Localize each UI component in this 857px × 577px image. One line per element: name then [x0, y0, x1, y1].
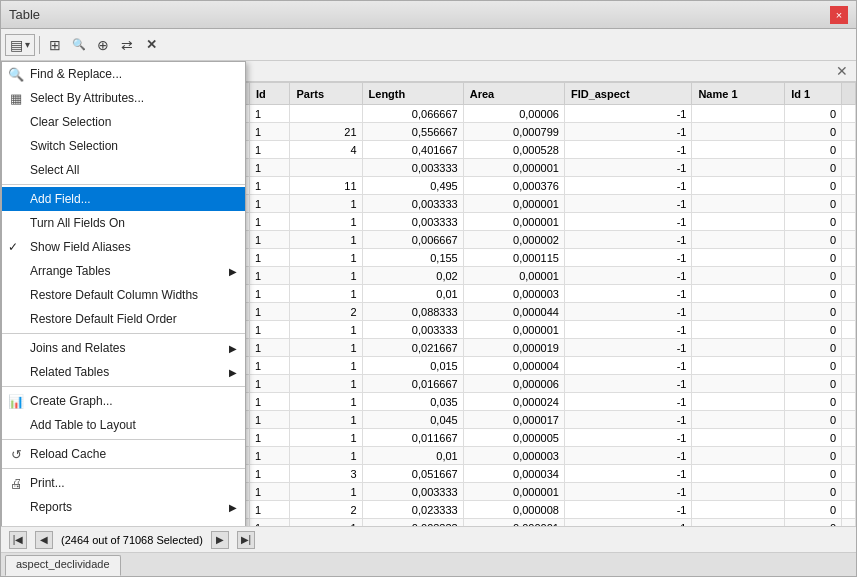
col-header-parts[interactable]: Parts: [290, 83, 362, 105]
zoom-selected-button[interactable]: 🔍: [68, 34, 90, 56]
scroll-cell: [842, 501, 856, 519]
table-cell: 0: [785, 321, 842, 339]
table-cell: [692, 357, 785, 375]
menu-item-select-by-attributes[interactable]: ▦ Select By Attributes...: [2, 86, 245, 110]
menu-label-restore-field-order: Restore Default Field Order: [30, 312, 177, 326]
close-table-button[interactable]: ✕: [832, 63, 852, 79]
menu-label-joins-relates: Joins and Relates: [30, 341, 125, 355]
table-cell: 1: [290, 195, 362, 213]
scroll-cell: [842, 249, 856, 267]
col-header-area[interactable]: Area: [463, 83, 564, 105]
menu-item-clear-selection[interactable]: Clear Selection: [2, 110, 245, 134]
table-cell: 1: [290, 231, 362, 249]
table-cell: [692, 177, 785, 195]
menu-separator-3: [2, 386, 245, 387]
menu-item-arrange-tables[interactable]: Arrange Tables ▶: [2, 259, 245, 283]
table-cell: 0: [785, 303, 842, 321]
col-header-id1[interactable]: Id 1: [785, 83, 842, 105]
table-cell: -1: [564, 357, 692, 375]
scroll-cell: [842, 105, 856, 123]
table-cell: 0,006667: [362, 231, 463, 249]
table-cell: -1: [564, 393, 692, 411]
table-cell: [692, 267, 785, 285]
table-cell: 0,021667: [362, 339, 463, 357]
table-cell: 0,051667: [362, 465, 463, 483]
table-cell: [692, 159, 785, 177]
menu-item-switch-selection[interactable]: Switch Selection: [2, 134, 245, 158]
table-cell: [692, 465, 785, 483]
table-cell: 0,495: [362, 177, 463, 195]
record-info: (2464 out of 71068 Selected): [61, 534, 203, 546]
table-cell: 0: [785, 123, 842, 141]
menu-item-show-field-aliases[interactable]: ✓ Show Field Aliases: [2, 235, 245, 259]
next-record-button[interactable]: ▶: [211, 531, 229, 549]
switch-selection-button[interactable]: ⇄: [116, 34, 138, 56]
prev-record-button[interactable]: ◀: [35, 531, 53, 549]
menu-item-print[interactable]: 🖨 Print...: [2, 471, 245, 495]
menu-label-select-all: Select All: [30, 163, 79, 177]
menu-label-arrange-tables: Arrange Tables: [30, 264, 111, 278]
table-cell: 0: [785, 339, 842, 357]
col-header-length[interactable]: Length: [362, 83, 463, 105]
zoom-layer-button[interactable]: ⊕: [92, 34, 114, 56]
menu-item-turn-all-fields-on[interactable]: Turn All Fields On: [2, 211, 245, 235]
menu-item-find-replace[interactable]: 🔍 Find & Replace...: [2, 62, 245, 86]
menu-separator-1: [2, 184, 245, 185]
menu-item-select-all[interactable]: Select All: [2, 158, 245, 182]
table-cell: 1: [290, 249, 362, 267]
menu-item-related-tables[interactable]: Related Tables ▶: [2, 360, 245, 384]
menu-item-add-field[interactable]: Add Field...: [2, 187, 245, 211]
clear-selection-button[interactable]: ✕: [140, 34, 162, 56]
select-by-location-button[interactable]: ⊞: [44, 34, 66, 56]
table-cell: 1: [290, 411, 362, 429]
menu-item-reload-cache[interactable]: ↺ Reload Cache: [2, 442, 245, 466]
table-cell: 0,000004: [463, 357, 564, 375]
menu-item-create-graph[interactable]: 📊 Create Graph...: [2, 389, 245, 413]
menu-item-restore-column-widths[interactable]: Restore Default Column Widths: [2, 283, 245, 307]
scroll-cell: [842, 411, 856, 429]
table-cell: 0,003333: [362, 519, 463, 527]
table-cell: -1: [564, 429, 692, 447]
reports-arrow-icon: ▶: [229, 502, 237, 513]
menu-label-find-replace: Find & Replace...: [30, 67, 122, 81]
table-cell: -1: [564, 411, 692, 429]
scroll-cell: [842, 123, 856, 141]
clear-icon: ✕: [146, 37, 157, 52]
col-header-id[interactable]: Id: [249, 83, 290, 105]
table-cell: -1: [564, 303, 692, 321]
table-cell: 1: [290, 429, 362, 447]
table-cell: 0,088333: [362, 303, 463, 321]
menu-item-reports[interactable]: Reports ▶: [2, 495, 245, 519]
table-cell: 0: [785, 357, 842, 375]
menu-label-export: Export...: [30, 524, 75, 526]
table-cell: -1: [564, 177, 692, 195]
menu-item-restore-field-order[interactable]: Restore Default Field Order: [2, 307, 245, 331]
window-close-button[interactable]: ×: [830, 6, 848, 24]
col-header-name1[interactable]: Name 1: [692, 83, 785, 105]
menu-label-add-table-layout: Add Table to Layout: [30, 418, 136, 432]
menu-item-export[interactable]: Export...: [2, 519, 245, 526]
table-cell: 0: [785, 177, 842, 195]
table-cell: 0,000024: [463, 393, 564, 411]
table-cell: 1: [290, 519, 362, 527]
table-cell: -1: [564, 159, 692, 177]
scroll-cell: [842, 267, 856, 285]
options-dropdown-button[interactable]: ▤ ▾: [5, 34, 35, 56]
table-cell: 0,000006: [463, 375, 564, 393]
table-cell: 11: [290, 177, 362, 195]
col-header-fid-aspect[interactable]: FID_aspect: [564, 83, 692, 105]
table-cell: 1: [249, 483, 290, 501]
table-cell: 0,000034: [463, 465, 564, 483]
tab-aspect-declividade[interactable]: aspect_declividade: [5, 555, 121, 576]
table-cell: 1: [290, 483, 362, 501]
first-record-button[interactable]: |◀: [9, 531, 27, 549]
table-cell: 1: [249, 339, 290, 357]
menu-label-clear-selection: Clear Selection: [30, 115, 111, 129]
menu-separator-4: [2, 439, 245, 440]
show-aliases-checkmark: ✓: [8, 240, 18, 254]
last-record-button[interactable]: ▶|: [237, 531, 255, 549]
table-cell: 0,000115: [463, 249, 564, 267]
menu-item-add-table-layout[interactable]: Add Table to Layout: [2, 413, 245, 437]
menu-item-joins-relates[interactable]: Joins and Relates ▶: [2, 336, 245, 360]
table-cell: 0: [785, 159, 842, 177]
